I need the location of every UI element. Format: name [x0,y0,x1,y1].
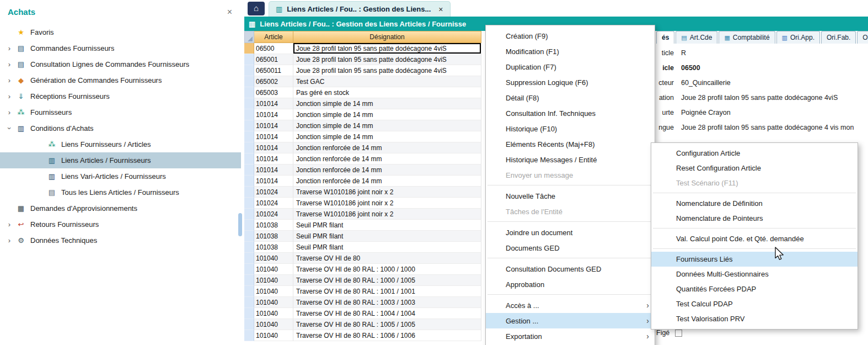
row-selector[interactable] [244,231,254,242]
designation-cell[interactable]: Traverse W1010186 joint noir x 2 [293,187,481,198]
designation-cell[interactable]: Jonction simple de 14 mm [293,120,481,131]
designation-cell[interactable]: Jonction renforcée de 14 mm [293,142,481,153]
article-cell[interactable]: 101014 [254,109,293,120]
article-cell[interactable]: 101024 [254,198,293,209]
row-selector[interactable] [244,142,254,153]
menu-item-quantit-s-forc-es-pdap[interactable]: Quantités Forcées PDAP [651,282,858,296]
designation-cell[interactable]: Jonction simple de 14 mm [293,131,481,142]
panel-tab-ori-fab[interactable]: Ori.Fab. [821,31,856,44]
article-cell[interactable]: 101014 [254,98,293,109]
article-cell[interactable]: 101024 [254,209,293,220]
menu-item-modification-f1[interactable]: Modification (F1) [486,44,655,59]
article-cell[interactable]: 101040 [254,330,293,341]
article-cell[interactable]: 101040 [254,286,293,297]
designation-cell[interactable]: Jonction simple de 14 mm [293,109,481,120]
column-header-article[interactable]: Article [254,31,293,43]
menu-item-suppression-logique-f6[interactable]: Suppression Logique (F6) [486,75,655,90]
article-cell[interactable]: 065002 [254,76,293,87]
article-cell[interactable]: 101014 [254,176,293,187]
article-cell[interactable]: 101038 [254,231,293,242]
row-selector[interactable] [244,209,254,220]
fige-checkbox[interactable] [675,330,682,337]
row-selector[interactable] [244,319,254,330]
row-selector[interactable] [244,220,254,231]
designation-cell[interactable]: Traverse OV HI de 80 RAL : 1003 / 1003 [293,297,481,308]
article-cell[interactable]: 101014 [254,120,293,131]
designation-cell[interactable]: Joue 28 profil talon 95 sans patte dodéc… [293,65,481,76]
panel-tab-ori-s[interactable]: Ori.S [857,31,868,44]
designation-cell[interactable]: Jonction renforcée de 14 mm [293,153,481,164]
sidebar-item-g-n-ration-de-commandes-fournisseurs[interactable]: ›◆Génération de Commandes Fournisseurs [0,72,241,88]
row-selector[interactable] [244,286,254,297]
sidebar-item-retours-fournisseurs[interactable]: ›↩Retours Fournisseurs [0,216,241,232]
menu-item-duplication-f7[interactable]: Duplication (F7) [486,59,655,75]
menu-item-reset-configuration-article[interactable]: Reset Configuration Article [651,161,858,176]
sidebar-scrollbar[interactable] [238,213,242,236]
menu-item-consultation-documents-ged[interactable]: Consultation Documents GED [486,261,655,277]
sidebar-item-commandes-fournisseurs[interactable]: ›▤Commandes Fournisseurs [0,40,241,56]
menu-item-configuration-article[interactable]: Configuration Article [651,146,858,161]
panel-tab-ori-app[interactable]: ▥Ori.App. [776,31,820,44]
menu-item-historique-f10[interactable]: Historique (F10) [486,121,655,136]
row-selector[interactable] [244,297,254,308]
article-cell[interactable]: 101040 [254,253,293,264]
row-selector[interactable] [244,187,254,198]
article-cell[interactable]: 065003 [254,87,293,98]
sidebar-item-fournisseurs[interactable]: ›⁂Fournisseurs [0,104,241,120]
row-selector[interactable] [244,164,254,176]
sidebar-item-liens-articles-fournisseurs[interactable]: ▥Liens Articles / Fournisseurs [0,152,241,168]
menu-item-joindre-un-document[interactable]: Joindre un document [486,225,655,240]
menu-item-val-calcul-point-cde-et-qt-demand-e[interactable]: Val. Calcul point Cde. et Qté. demandée [651,231,858,246]
row-selector[interactable] [244,198,254,209]
row-selector[interactable] [244,176,254,187]
row-selector[interactable] [244,43,254,54]
menu-item-test-valorisation-prv[interactable]: Test Valorisation PRV [651,311,858,326]
designation-cell[interactable]: Pas géré en stock [293,87,481,98]
row-selector[interactable] [244,131,254,142]
menu-item-d-tail-f8[interactable]: Détail (F8) [486,90,655,105]
article-cell[interactable]: 101040 [254,275,293,286]
article-cell[interactable]: 065001 [254,54,293,65]
menu-item-nomenclature-de-pointeurs[interactable]: Nomenclature de Pointeurs [651,211,858,226]
sidebar-item-liens-vari-articles-fournisseurs[interactable]: ▥Liens Vari-Articles / Fournisseurs [0,168,241,184]
article-cell[interactable]: 101040 [254,264,293,275]
row-selector[interactable] [244,109,254,120]
row-selector[interactable] [244,308,254,319]
menu-item-exportation[interactable]: Exportation› [486,328,655,344]
row-selector[interactable] [244,253,254,264]
panel-tab-comptabilit[interactable]: ▦Comptabilité [719,31,775,44]
menu-item-nomenclature-de-d-finition[interactable]: Nomenclature de Définition [651,196,858,211]
menu-item-historique-messages-entit[interactable]: Historique Messages / Entité [486,152,655,167]
menu-item-nouvelle-t-che[interactable]: Nouvelle Tâche [486,188,655,204]
designation-cell[interactable]: Jonction simple de 14 mm [293,98,481,109]
row-selector[interactable] [244,242,254,253]
menu-item-gestion[interactable]: Gestion ...› [486,313,655,328]
sidebar-item-r-ceptions-fournisseurs[interactable]: ›⇓Réceptions Fournisseurs [0,88,241,104]
article-cell[interactable]: 101014 [254,131,293,142]
menu-item-approbation[interactable]: Approbation [486,277,655,292]
menu-item-fournisseurs-li-s[interactable]: Fournisseurs Liés [651,252,858,267]
designation-cell[interactable]: Traverse OV HI de 80 RAL : 1005 / 1005 [293,319,481,330]
designation-cell[interactable]: Traverse OV HI de 80 RAL : 1001 / 1001 [293,286,481,297]
article-cell[interactable]: 06500 [254,43,293,54]
designation-cell[interactable]: Joue 28 profil talon 95 sans patte dodéc… [293,54,481,65]
article-cell[interactable]: 101038 [254,220,293,231]
designation-cell[interactable]: Traverse OV HI de 80 [293,253,481,264]
article-cell[interactable]: 101014 [254,142,293,153]
article-cell[interactable]: 101038 [254,242,293,253]
designation-cell[interactable]: Seuil PMR filant [293,242,481,253]
menu-item-cr-ation-f9[interactable]: Création (F9) [486,28,655,44]
designation-cell[interactable]: Seuil PMR filant [293,231,481,242]
row-selector[interactable] [244,98,254,109]
designation-cell[interactable]: Traverse W1010186 joint noir x 2 [293,198,481,209]
menu-item-test-calcul-pdap[interactable]: Test Calcul PDAP [651,296,858,311]
designation-cell[interactable]: Test GAC [293,76,481,87]
select-all-corner[interactable] [244,31,254,43]
menu-item-acc-s[interactable]: Accès à ...› [486,298,655,313]
document-tab[interactable]: ▥ Liens Articles / Fou.. : Gestion des L… [269,1,451,17]
designation-cell[interactable]: Traverse OV HI de 80 RAL : 1000 / 1000 [293,264,481,275]
menu-item-consultation-inf-techniques[interactable]: Consultation Inf. Techniques [486,105,655,121]
column-header-designation[interactable]: Désignation [293,31,481,43]
article-cell[interactable]: 101014 [254,164,293,176]
menu-item-donn-es-multi-gestionnaires[interactable]: Données Multi-Gestionnaires [651,267,858,282]
